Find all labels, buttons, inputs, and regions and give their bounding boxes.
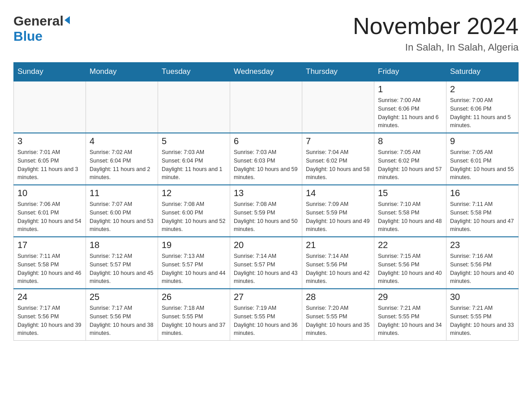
week-row-5: 24Sunrise: 7:17 AM Sunset: 5:56 PM Dayli… [14, 289, 519, 341]
day-number: 25 [90, 292, 154, 302]
calendar-cell: 10Sunrise: 7:06 AM Sunset: 6:01 PM Dayli… [14, 185, 86, 237]
day-number: 6 [234, 136, 298, 146]
day-info: Sunrise: 7:03 AM Sunset: 6:03 PM Dayligh… [234, 148, 298, 182]
day-info: Sunrise: 7:18 AM Sunset: 5:55 PM Dayligh… [162, 304, 226, 338]
location-subtitle: In Salah, In Salah, Algeria [353, 42, 519, 53]
calendar-cell [302, 81, 374, 133]
day-number: 23 [450, 240, 515, 250]
day-info: Sunrise: 7:17 AM Sunset: 5:56 PM Dayligh… [90, 304, 154, 338]
calendar-cell [86, 81, 158, 133]
calendar-cell: 11Sunrise: 7:07 AM Sunset: 6:00 PM Dayli… [86, 185, 158, 237]
day-info: Sunrise: 7:21 AM Sunset: 5:55 PM Dayligh… [378, 304, 442, 338]
day-info: Sunrise: 7:02 AM Sunset: 6:04 PM Dayligh… [90, 148, 154, 182]
day-info: Sunrise: 7:08 AM Sunset: 5:59 PM Dayligh… [234, 200, 298, 234]
calendar-cell: 25Sunrise: 7:17 AM Sunset: 5:56 PM Dayli… [86, 289, 158, 341]
calendar-cell [230, 81, 302, 133]
calendar-cell: 8Sunrise: 7:05 AM Sunset: 6:02 PM Daylig… [374, 133, 446, 185]
title-section: November 2024 In Salah, In Salah, Algeri… [353, 13, 519, 53]
day-info: Sunrise: 7:08 AM Sunset: 6:00 PM Dayligh… [162, 200, 226, 234]
day-info: Sunrise: 7:10 AM Sunset: 5:58 PM Dayligh… [378, 200, 442, 234]
day-info: Sunrise: 7:12 AM Sunset: 5:57 PM Dayligh… [90, 252, 154, 286]
day-number: 29 [378, 292, 442, 302]
week-row-4: 17Sunrise: 7:11 AM Sunset: 5:58 PM Dayli… [14, 237, 519, 289]
calendar-cell: 2Sunrise: 7:00 AM Sunset: 6:06 PM Daylig… [446, 81, 519, 133]
day-info: Sunrise: 7:05 AM Sunset: 6:02 PM Dayligh… [378, 148, 442, 182]
day-number: 9 [450, 136, 515, 146]
day-info: Sunrise: 7:07 AM Sunset: 6:00 PM Dayligh… [90, 200, 154, 234]
calendar-cell: 26Sunrise: 7:18 AM Sunset: 5:55 PM Dayli… [158, 289, 230, 341]
day-number: 13 [234, 188, 298, 198]
calendar-cell: 27Sunrise: 7:19 AM Sunset: 5:55 PM Dayli… [230, 289, 302, 341]
calendar-header-wednesday: Wednesday [230, 63, 302, 81]
day-number: 7 [306, 136, 370, 146]
day-number: 2 [450, 84, 515, 94]
page-header: General Blue November 2024 In Salah, In … [13, 13, 519, 53]
calendar-cell: 14Sunrise: 7:09 AM Sunset: 5:59 PM Dayli… [302, 185, 374, 237]
calendar-cell: 6Sunrise: 7:03 AM Sunset: 6:03 PM Daylig… [230, 133, 302, 185]
calendar-cell: 12Sunrise: 7:08 AM Sunset: 6:00 PM Dayli… [158, 185, 230, 237]
calendar-header-saturday: Saturday [446, 63, 519, 81]
calendar-cell: 1Sunrise: 7:00 AM Sunset: 6:06 PM Daylig… [374, 81, 446, 133]
calendar-cell: 30Sunrise: 7:21 AM Sunset: 5:55 PM Dayli… [446, 289, 519, 341]
calendar-cell: 9Sunrise: 7:05 AM Sunset: 6:01 PM Daylig… [446, 133, 519, 185]
calendar-cell: 22Sunrise: 7:15 AM Sunset: 5:56 PM Dayli… [374, 237, 446, 289]
day-number: 5 [162, 136, 226, 146]
day-number: 14 [306, 188, 370, 198]
day-info: Sunrise: 7:19 AM Sunset: 5:55 PM Dayligh… [234, 304, 298, 338]
calendar-cell [158, 81, 230, 133]
day-number: 10 [17, 188, 82, 198]
calendar-cell: 17Sunrise: 7:11 AM Sunset: 5:58 PM Dayli… [14, 237, 86, 289]
day-info: Sunrise: 7:05 AM Sunset: 6:01 PM Dayligh… [450, 148, 515, 182]
day-info: Sunrise: 7:04 AM Sunset: 6:02 PM Dayligh… [306, 148, 370, 182]
day-number: 20 [234, 240, 298, 250]
day-info: Sunrise: 7:17 AM Sunset: 5:56 PM Dayligh… [17, 304, 82, 338]
calendar-cell: 7Sunrise: 7:04 AM Sunset: 6:02 PM Daylig… [302, 133, 374, 185]
logo-general-text: General [13, 13, 64, 29]
day-number: 22 [378, 240, 442, 250]
month-year-title: November 2024 [353, 13, 519, 39]
calendar-header-row: SundayMondayTuesdayWednesdayThursdayFrid… [14, 63, 519, 81]
day-number: 28 [306, 292, 370, 302]
calendar-cell: 19Sunrise: 7:13 AM Sunset: 5:57 PM Dayli… [158, 237, 230, 289]
calendar-cell: 24Sunrise: 7:17 AM Sunset: 5:56 PM Dayli… [14, 289, 86, 341]
day-number: 12 [162, 188, 226, 198]
calendar-cell: 29Sunrise: 7:21 AM Sunset: 5:55 PM Dayli… [374, 289, 446, 341]
logo-blue-text: Blue [13, 29, 43, 43]
calendar-header-friday: Friday [374, 63, 446, 81]
day-number: 19 [162, 240, 226, 250]
day-number: 4 [90, 136, 154, 146]
day-number: 24 [17, 292, 82, 302]
day-number: 11 [90, 188, 154, 198]
day-number: 26 [162, 292, 226, 302]
calendar-cell: 21Sunrise: 7:14 AM Sunset: 5:56 PM Dayli… [302, 237, 374, 289]
calendar-header-sunday: Sunday [14, 63, 86, 81]
day-number: 18 [90, 240, 154, 250]
day-info: Sunrise: 7:21 AM Sunset: 5:55 PM Dayligh… [450, 304, 515, 338]
calendar-cell: 4Sunrise: 7:02 AM Sunset: 6:04 PM Daylig… [86, 133, 158, 185]
calendar-cell: 13Sunrise: 7:08 AM Sunset: 5:59 PM Dayli… [230, 185, 302, 237]
day-number: 15 [378, 188, 442, 198]
day-info: Sunrise: 7:15 AM Sunset: 5:56 PM Dayligh… [378, 252, 442, 286]
day-info: Sunrise: 7:13 AM Sunset: 5:57 PM Dayligh… [162, 252, 226, 286]
day-number: 16 [450, 188, 515, 198]
day-info: Sunrise: 7:20 AM Sunset: 5:55 PM Dayligh… [306, 304, 370, 338]
day-number: 8 [378, 136, 442, 146]
day-number: 3 [17, 136, 82, 146]
day-number: 21 [306, 240, 370, 250]
day-info: Sunrise: 7:11 AM Sunset: 5:58 PM Dayligh… [450, 200, 515, 234]
day-info: Sunrise: 7:01 AM Sunset: 6:05 PM Dayligh… [17, 148, 82, 182]
logo-arrow-icon [64, 16, 70, 24]
calendar-cell: 16Sunrise: 7:11 AM Sunset: 5:58 PM Dayli… [446, 185, 519, 237]
week-row-2: 3Sunrise: 7:01 AM Sunset: 6:05 PM Daylig… [14, 133, 519, 185]
calendar-cell: 5Sunrise: 7:03 AM Sunset: 6:04 PM Daylig… [158, 133, 230, 185]
week-row-3: 10Sunrise: 7:06 AM Sunset: 6:01 PM Dayli… [14, 185, 519, 237]
calendar-cell: 3Sunrise: 7:01 AM Sunset: 6:05 PM Daylig… [14, 133, 86, 185]
calendar-cell: 28Sunrise: 7:20 AM Sunset: 5:55 PM Dayli… [302, 289, 374, 341]
day-info: Sunrise: 7:03 AM Sunset: 6:04 PM Dayligh… [162, 148, 226, 182]
day-info: Sunrise: 7:14 AM Sunset: 5:56 PM Dayligh… [306, 252, 370, 286]
logo: General Blue [13, 13, 70, 44]
calendar-cell [14, 81, 86, 133]
calendar-cell: 15Sunrise: 7:10 AM Sunset: 5:58 PM Dayli… [374, 185, 446, 237]
calendar-cell: 23Sunrise: 7:16 AM Sunset: 5:56 PM Dayli… [446, 237, 519, 289]
calendar-cell: 18Sunrise: 7:12 AM Sunset: 5:57 PM Dayli… [86, 237, 158, 289]
